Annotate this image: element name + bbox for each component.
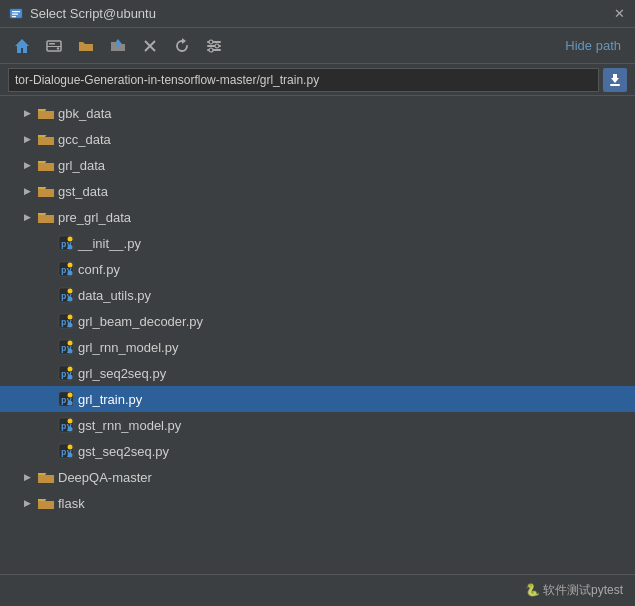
svg-rect-7: [49, 43, 55, 45]
svg-point-40: [68, 349, 73, 354]
folder-icon: [38, 105, 54, 121]
svg-point-56: [68, 453, 73, 458]
svg-point-31: [68, 289, 73, 294]
title-icon: [8, 6, 24, 22]
title-bar: Select Script@ubuntu ✕: [0, 0, 635, 28]
status-text: 🐍 软件测试pytest: [525, 582, 623, 599]
item-label-data_utils_py: data_utils.py: [78, 288, 151, 303]
drive-button[interactable]: [40, 32, 68, 60]
folder-button[interactable]: [72, 32, 100, 60]
svg-point-16: [209, 40, 213, 44]
path-input[interactable]: [8, 68, 599, 92]
expand-arrow-flask[interactable]: ▶: [20, 496, 34, 510]
folder-icon: [38, 209, 54, 225]
svg-marker-19: [611, 74, 619, 83]
item-label-init_py: __init__.py: [78, 236, 141, 251]
refresh-button[interactable]: [168, 32, 196, 60]
close-button[interactable]: ✕: [611, 6, 627, 22]
item-label-grl_train_py: grl_train.py: [78, 392, 142, 407]
item-label-grl_rnn_model_py: grl_rnn_model.py: [78, 340, 178, 355]
settings-button[interactable]: [200, 32, 228, 60]
item-label-grl_data: grl_data: [58, 158, 105, 173]
svg-point-47: [68, 393, 73, 398]
svg-point-8: [57, 47, 59, 49]
svg-point-43: [68, 367, 73, 372]
tree-item-DeepQA_master[interactable]: ▶ DeepQA-master: [0, 464, 635, 490]
home-button[interactable]: [8, 32, 36, 60]
status-bar: 🐍 软件测试pytest: [0, 574, 635, 606]
tree-item-grl_beam_decoder_py[interactable]: py grl_beam_decoder.py: [0, 308, 635, 334]
svg-point-27: [68, 263, 73, 268]
svg-point-35: [68, 315, 73, 320]
svg-point-24: [68, 245, 73, 250]
folder-icon: [38, 495, 54, 511]
python-file-icon: py: [58, 261, 74, 277]
folder-icon: [38, 131, 54, 147]
file-tree[interactable]: ▶ gbk_data▶ gcc_data▶ grl_data▶ gst_data…: [0, 96, 635, 574]
tree-item-init_py[interactable]: py __init__.py: [0, 230, 635, 256]
toolbar: Hide path: [0, 28, 635, 64]
python-file-icon: py: [58, 391, 74, 407]
expand-arrow-gst_data[interactable]: ▶: [20, 184, 34, 198]
item-label-pre_grl_data: pre_grl_data: [58, 210, 131, 225]
svg-point-17: [215, 44, 219, 48]
tree-item-gst_seq2seq_py[interactable]: py gst_seq2seq.py: [0, 438, 635, 464]
folder-icon: [38, 469, 54, 485]
item-label-grl_beam_decoder_py: grl_beam_decoder.py: [78, 314, 203, 329]
item-label-conf_py: conf.py: [78, 262, 120, 277]
svg-rect-20: [610, 84, 620, 86]
tree-item-data_utils_py[interactable]: py data_utils.py: [0, 282, 635, 308]
tree-item-pre_grl_data[interactable]: ▶ pre_grl_data: [0, 204, 635, 230]
expand-arrow-DeepQA_master[interactable]: ▶: [20, 470, 34, 484]
svg-point-52: [68, 427, 73, 432]
expand-arrow-grl_data[interactable]: ▶: [20, 158, 34, 172]
tree-item-gcc_data[interactable]: ▶ gcc_data: [0, 126, 635, 152]
hide-path-button[interactable]: Hide path: [559, 36, 627, 55]
tree-item-gst_data[interactable]: ▶ gst_data: [0, 178, 635, 204]
svg-rect-3: [12, 16, 16, 17]
expand-arrow-gbk_data[interactable]: ▶: [20, 106, 34, 120]
tree-item-conf_py[interactable]: py conf.py: [0, 256, 635, 282]
svg-point-51: [68, 419, 73, 424]
svg-rect-1: [12, 11, 20, 12]
download-button[interactable]: [603, 68, 627, 92]
tree-item-grl_rnn_model_py[interactable]: py grl_rnn_model.py: [0, 334, 635, 360]
python-file-icon: py: [58, 443, 74, 459]
title-text: Select Script@ubuntu: [30, 6, 611, 21]
svg-rect-2: [12, 13, 18, 14]
tree-item-gst_rnn_model_py[interactable]: py gst_rnn_model.py: [0, 412, 635, 438]
path-bar: [0, 64, 635, 96]
tree-item-grl_train_py[interactable]: py grl_train.py: [0, 386, 635, 412]
python-file-icon: py: [58, 235, 74, 251]
folder-icon: [38, 183, 54, 199]
folder-icon: [38, 157, 54, 173]
python-file-icon: py: [58, 417, 74, 433]
expand-arrow-pre_grl_data[interactable]: ▶: [20, 210, 34, 224]
svg-point-36: [68, 323, 73, 328]
svg-point-44: [68, 375, 73, 380]
svg-point-23: [68, 237, 73, 242]
svg-marker-4: [15, 39, 29, 53]
item-label-DeepQA_master: DeepQA-master: [58, 470, 152, 485]
up-button[interactable]: [104, 32, 132, 60]
tree-item-grl_seq2seq_py[interactable]: py grl_seq2seq.py: [0, 360, 635, 386]
expand-arrow-gcc_data[interactable]: ▶: [20, 132, 34, 146]
python-file-icon: py: [58, 313, 74, 329]
tree-item-grl_data[interactable]: ▶ grl_data: [0, 152, 635, 178]
svg-point-39: [68, 341, 73, 346]
delete-button[interactable]: [136, 32, 164, 60]
tree-item-gbk_data[interactable]: ▶ gbk_data: [0, 100, 635, 126]
svg-point-32: [68, 297, 73, 302]
item-label-flask: flask: [58, 496, 85, 511]
python-file-icon: py: [58, 339, 74, 355]
item-label-grl_seq2seq_py: grl_seq2seq.py: [78, 366, 166, 381]
item-label-gcc_data: gcc_data: [58, 132, 111, 147]
svg-point-18: [209, 48, 213, 52]
item-label-gbk_data: gbk_data: [58, 106, 112, 121]
python-file-icon: py: [58, 365, 74, 381]
item-label-gst_rnn_model_py: gst_rnn_model.py: [78, 418, 181, 433]
tree-item-flask[interactable]: ▶ flask: [0, 490, 635, 516]
svg-point-48: [68, 401, 73, 406]
item-label-gst_seq2seq_py: gst_seq2seq.py: [78, 444, 169, 459]
window: Select Script@ubuntu ✕: [0, 0, 635, 606]
